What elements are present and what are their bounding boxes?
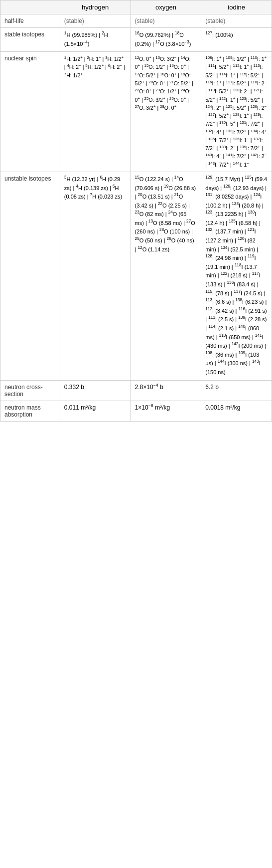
table-row: neutron cross-section 0.332 b 2.8×10−4 b… [0, 380, 272, 401]
row-label-unstable-isotopes: unstable isotopes [0, 172, 60, 380]
column-header-oxygen: oxygen [131, 0, 201, 14]
column-header-row-label [0, 0, 60, 14]
table-row: half-life (stable) (stable) (stable) [0, 14, 272, 28]
column-header-iodine: iodine [201, 0, 272, 14]
table-row: neutron mass absorption 0.011 m²/kg 1×10… [0, 401, 272, 421]
row-label-neutron-mass-absorption: neutron mass absorption [0, 401, 60, 421]
nuclear-spin-oxygen: 12O: 0+ | 13O: 3/2− | 14O: 0+ | 15O: 1/2… [131, 52, 201, 172]
nuclear-spin-hydrogen: 1H: 1/2+ | 2H: 1+ | 3H: 1/2+ | 4H: 2− | … [60, 52, 131, 172]
neutron-mass-absorption-hydrogen: 0.011 m²/kg [60, 401, 131, 421]
unstable-isotopes-oxygen: 15O (122.24 s) | 14O (70.606 s) | 19O (2… [131, 172, 201, 380]
halflife-oxygen: (stable) [131, 14, 201, 28]
neutron-mass-absorption-iodine: 0.0018 m²/kg [201, 401, 272, 421]
row-label-stable-isotopes: stable isotopes [0, 28, 60, 52]
row-label-nuclear-spin: nuclear spin [0, 52, 60, 172]
table-row: unstable isotopes 3H (12.32 yr) | 6H (0.… [0, 172, 272, 380]
neutron-mass-absorption-oxygen: 1×10−6 m²/kg [131, 401, 201, 421]
unstable-isotopes-iodine: 129I (15.7 Myr) | 125I (59.4 days) | 126… [201, 172, 272, 380]
neutron-cross-section-iodine: 6.2 b [201, 380, 272, 401]
table-row: nuclear spin 1H: 1/2+ | 2H: 1+ | 3H: 1/2… [0, 52, 272, 172]
halflife-hydrogen: (stable) [60, 14, 131, 28]
nuclear-spin-iodine: 108I: 1+ | 109I: 1/2+ | 110I: 1+ | 111I:… [201, 52, 272, 172]
neutron-cross-section-hydrogen: 0.332 b [60, 380, 131, 401]
stable-isotopes-iodine: 127I (100%) [201, 28, 272, 52]
column-header-hydrogen: hydrogen [60, 0, 131, 14]
stable-isotopes-oxygen: 16O (99.762%) | 18O (0.2%) | 17O (3.8×10… [131, 28, 201, 52]
unstable-isotopes-hydrogen: 3H (12.32 yr) | 6H (0.29 zs) | 4H (0.139… [60, 172, 131, 380]
row-label-halflife: half-life [0, 14, 60, 28]
neutron-cross-section-oxygen: 2.8×10−4 b [131, 380, 201, 401]
halflife-iodine: (stable) [201, 14, 272, 28]
table-row: stable isotopes 1H (99.985%) | 2H (1.5×1… [0, 28, 272, 52]
stable-isotopes-hydrogen: 1H (99.985%) | 2H (1.5×10−4) [60, 28, 131, 52]
row-label-neutron-cross-section: neutron cross-section [0, 380, 60, 401]
